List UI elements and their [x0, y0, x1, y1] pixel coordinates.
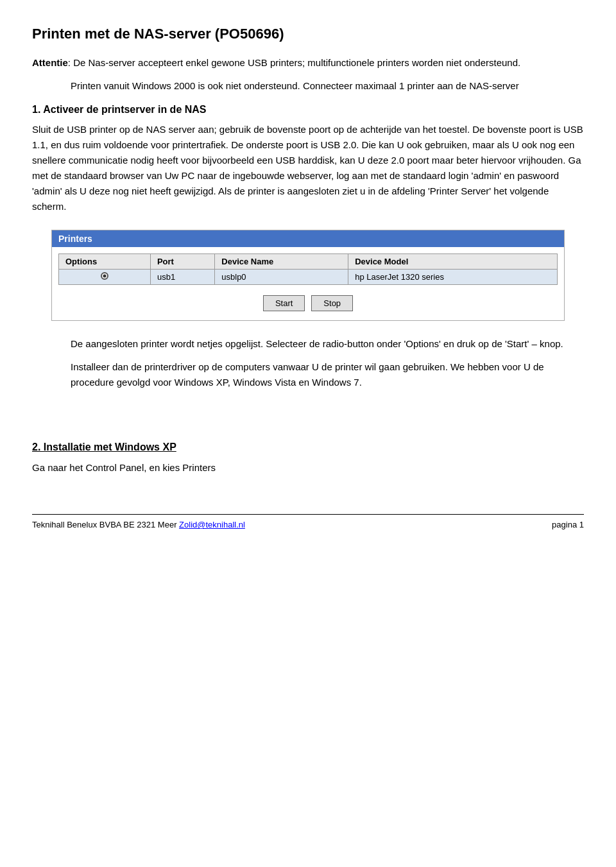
section2-para1: Ga naar het Control Panel, en kies Print… — [32, 460, 584, 476]
footer-link[interactable]: Zolid@teknihall.nl — [179, 520, 245, 529]
printers-box: Printers Options Port Device Name Device… — [51, 230, 565, 321]
col-device-name: Device Name — [215, 253, 348, 269]
radio-button[interactable] — [101, 272, 108, 280]
intro-attention: Attentie: De Nas-server accepteert enkel… — [32, 55, 584, 71]
footer-left-text: Teknihall Benelux BVBA BE 2321 Meer — [32, 520, 179, 529]
col-port: Port — [150, 253, 214, 269]
col-device-model: Device Model — [348, 253, 558, 269]
col-options: Options — [59, 253, 151, 269]
options-cell — [59, 269, 151, 284]
device-model-cell: hp LaserJet 1320 series — [348, 269, 558, 284]
table-row: usb1 usblp0 hp LaserJet 1320 series — [59, 269, 558, 284]
table-header-row: Options Port Device Name Device Model — [59, 253, 558, 269]
device-name-cell: usblp0 — [215, 269, 348, 284]
start-button[interactable]: Start — [263, 295, 305, 311]
port-cell: usb1 — [150, 269, 214, 284]
attention-label: Attentie — [32, 57, 68, 68]
attention-text: : De Nas-server accepteert enkel gewone … — [68, 57, 520, 68]
para1: Printen vanuit Windows 2000 is ook niet … — [71, 78, 584, 94]
section1-title: 1. Activeer de printserver in de NAS — [32, 101, 584, 118]
stop-button[interactable]: Stop — [311, 295, 353, 311]
para2: Sluit de USB printer op de NAS server aa… — [32, 122, 584, 214]
footer-left: Teknihall Benelux BVBA BE 2321 Meer Zoli… — [32, 520, 245, 529]
footer: Teknihall Benelux BVBA BE 2321 Meer Zoli… — [32, 514, 584, 529]
footer-right: pagina 1 — [552, 520, 584, 529]
button-row: Start Stop — [58, 291, 558, 314]
printers-header: Printers — [52, 230, 564, 247]
printers-table: Options Port Device Name Device Model us… — [58, 253, 558, 285]
after-table-para2: Installeer dan de printerdriver op de co… — [71, 359, 584, 390]
after-table-para1: De aangesloten printer wordt netjes opge… — [71, 336, 584, 352]
section2-title: 2. Installatie met Windows XP — [32, 439, 584, 456]
page-title: Printen met de NAS-server (PO50696) — [32, 26, 584, 42]
printers-inner: Options Port Device Name Device Model us… — [52, 247, 564, 320]
